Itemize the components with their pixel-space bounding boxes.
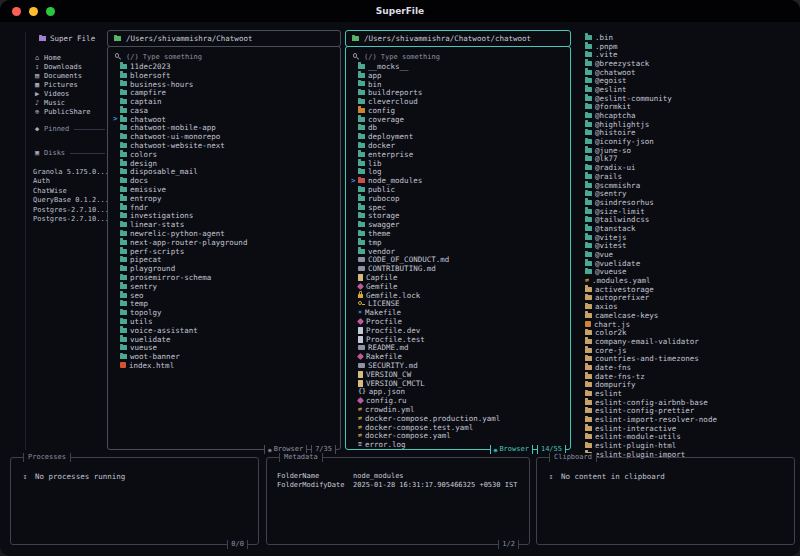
file-row[interactable]: utils xyxy=(113,317,338,326)
file-row[interactable]: @sentry xyxy=(578,189,796,198)
file-row[interactable]: @vue xyxy=(578,250,796,259)
file-row[interactable]: vueuse xyxy=(113,344,338,353)
file-row[interactable]: ×Makefile xyxy=(351,308,568,317)
file-row[interactable]: docs xyxy=(113,176,338,185)
file-row[interactable]: prosemirror-schema xyxy=(113,273,338,282)
sidebar-item-publicshare[interactable]: ⊕PublicShare xyxy=(33,107,90,116)
file-row[interactable]: core-js xyxy=(578,346,796,355)
file-row[interactable]: bloersoft xyxy=(113,71,338,80)
file-row[interactable]: camelcase-keys xyxy=(578,311,796,320)
file-row[interactable]: Rakefile xyxy=(351,352,568,361)
file-row[interactable]: Procfile.test xyxy=(351,335,568,344)
file-row[interactable]: >node_modules xyxy=(351,176,568,185)
file-row[interactable]: colors xyxy=(113,150,338,159)
file-row[interactable]: eslint-module-utils xyxy=(578,433,796,442)
file-row[interactable]: eslint-plugin-html xyxy=(578,441,796,450)
file-row[interactable]: @rails xyxy=(578,172,796,181)
search-input[interactable]: (/) Type something xyxy=(114,51,338,62)
file-row[interactable]: @vitest xyxy=(578,242,796,251)
file-row[interactable]: emissive xyxy=(113,185,338,194)
file-row[interactable]: ⇄docker-compose.yaml xyxy=(351,431,568,440)
file-row[interactable]: fndr xyxy=(113,203,338,212)
file-row[interactable]: enterprise xyxy=(351,150,568,159)
file-row[interactable]: README.md xyxy=(351,344,568,353)
file-row[interactable]: @tailwindcss xyxy=(578,215,796,224)
file-row[interactable]: Procfile.dev xyxy=(351,326,568,335)
file-row[interactable]: .pnpm xyxy=(578,42,796,51)
file-row[interactable]: Capfile xyxy=(351,273,568,282)
disk-item[interactable]: QueryBase 0.1.2... xyxy=(33,196,109,205)
file-row[interactable]: db xyxy=(351,124,568,133)
file-row[interactable]: docker xyxy=(351,141,568,150)
path-bar[interactable]: /Users/shivammishra/Chatwoot/chatwoot xyxy=(345,30,571,47)
file-row[interactable]: entropy xyxy=(113,194,338,203)
file-row[interactable]: chatwoot-ui-monorepo xyxy=(113,132,338,141)
file-row[interactable]: app xyxy=(351,71,568,80)
file-row[interactable]: CODE_OF_CONDUCT.md xyxy=(351,256,568,265)
file-row[interactable]: disposable_mail xyxy=(113,168,338,177)
file-row[interactable]: chatwoot-website-next xyxy=(113,141,338,150)
file-row[interactable]: chatwoot-mobile-app xyxy=(113,124,338,133)
file-row[interactable]: @sindresorhus xyxy=(578,198,796,207)
file-row[interactable]: @hcaptcha xyxy=(578,111,796,120)
file-row[interactable]: voice-assistant xyxy=(113,326,338,335)
file-row[interactable]: CONTRIBUTING.md xyxy=(351,264,568,273)
file-row[interactable]: ⇄crowdin.yml xyxy=(351,405,568,414)
file-row[interactable]: ⇄docker-compose.test.yaml xyxy=(351,423,568,432)
file-row[interactable]: 11dec2023 xyxy=(113,62,338,71)
file-row[interactable]: eslint-interactive xyxy=(578,424,796,433)
disk-item[interactable]: Auth xyxy=(33,177,109,186)
file-row[interactable]: business-hours xyxy=(113,80,338,89)
file-row[interactable]: pipecat xyxy=(113,256,338,265)
file-row[interactable]: countries-and-timezones xyxy=(578,354,796,363)
file-row[interactable]: theme xyxy=(351,229,568,238)
file-row[interactable]: sentry xyxy=(113,282,338,291)
file-row[interactable]: clevercloud xyxy=(351,97,568,106)
disk-item[interactable]: Granola 5.175.0... xyxy=(33,168,109,177)
disk-item[interactable]: ChatWise xyxy=(33,187,109,196)
file-row[interactable]: design xyxy=(113,159,338,168)
file-row[interactable]: spec xyxy=(351,203,568,212)
file-row[interactable]: seo xyxy=(113,291,338,300)
file-row[interactable]: config xyxy=(351,106,568,115)
file-row[interactable]: coverage xyxy=(351,115,568,124)
file-row[interactable]: >chatwoot xyxy=(113,115,338,124)
file-row[interactable]: axios xyxy=(578,302,796,311)
file-row[interactable]: eslint-config-airbnb-base xyxy=(578,398,796,407)
path-bar[interactable]: /Users/shivammishra/Chatwoot xyxy=(107,30,341,47)
file-row[interactable]: eslint xyxy=(578,389,796,398)
file-row[interactable]: campfire xyxy=(113,88,338,97)
sidebar-item-videos[interactable]: ▶Videos xyxy=(33,89,90,98)
file-row[interactable]: Procfile xyxy=(351,317,568,326)
sidebar-item-downloads[interactable]: ↧Downloads xyxy=(33,62,90,71)
file-row[interactable]: color2k xyxy=(578,328,796,337)
file-row[interactable]: @vuelidate xyxy=(578,259,796,268)
search-input[interactable]: (/) Type something xyxy=(352,51,568,62)
file-row[interactable]: @vueuse xyxy=(578,268,796,277)
file-row[interactable]: storage xyxy=(351,212,568,221)
file-row[interactable]: company-email-validator xyxy=(578,337,796,346)
file-row[interactable]: newrelic-python-agent xyxy=(113,229,338,238)
file-row[interactable]: @lk77 xyxy=(578,155,796,164)
file-row[interactable]: ⇄.modules.yaml xyxy=(578,276,796,285)
file-row[interactable]: eslint-import-resolver-node xyxy=(578,415,796,424)
file-row[interactable]: {}app.json xyxy=(351,387,568,396)
disk-item[interactable]: Postgres-2.7.10... xyxy=(33,215,109,224)
file-row[interactable]: Gemfile xyxy=(351,282,568,291)
file-row[interactable]: Gemfile.lock xyxy=(351,291,568,300)
file-row[interactable]: .vite xyxy=(578,50,796,59)
file-row[interactable]: VERSION_CMCTL xyxy=(351,379,568,388)
maximize-icon[interactable] xyxy=(46,7,55,16)
file-row[interactable]: swagger xyxy=(351,220,568,229)
sidebar-item-home[interactable]: ⌂Home xyxy=(33,53,90,62)
file-row[interactable]: vuelidate xyxy=(113,335,338,344)
file-row[interactable]: log xyxy=(351,168,568,177)
file-row[interactable]: index.html xyxy=(113,361,338,370)
file-row[interactable]: public xyxy=(351,185,568,194)
file-row[interactable]: @chatwoot xyxy=(578,68,796,77)
file-row[interactable]: __mocks__ xyxy=(351,62,568,71)
file-row[interactable]: @size-limit xyxy=(578,207,796,216)
file-row[interactable]: buildreports xyxy=(351,88,568,97)
file-row[interactable]: eslint-config-prettier xyxy=(578,407,796,416)
file-row[interactable]: date-fns xyxy=(578,363,796,372)
